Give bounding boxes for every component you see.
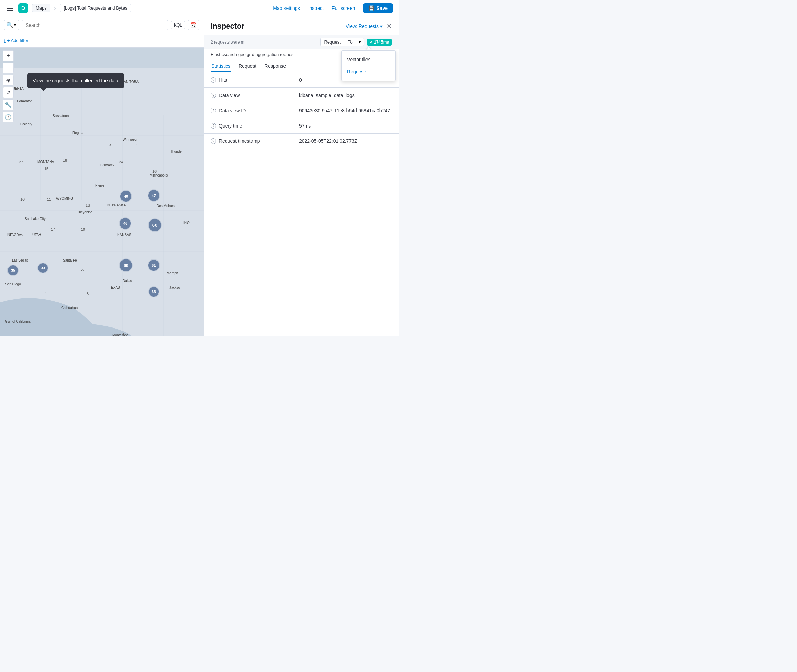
stats-value: 2022-05-05T22:01:02.773Z <box>299 138 392 144</box>
map-cluster[interactable]: 46 <box>119 217 131 230</box>
stats-value: 90943e30-9a47-11e8-b64d-95841ca0b247 <box>299 108 392 113</box>
close-button[interactable]: ✕ <box>386 22 392 30</box>
breadcrumb-current[interactable]: [Logs] Total Requests and Bytes <box>60 4 131 12</box>
dropdown-caret <box>366 47 371 50</box>
calendar-button[interactable]: 📅 <box>188 20 199 30</box>
full-screen-link[interactable]: Full screen <box>332 5 355 11</box>
stats-label: ? Request timestamp <box>211 138 299 144</box>
inspector-panel: Inspector View: Requests ▾ ✕ Vector tile… <box>204 16 399 336</box>
tab-dropdown-button[interactable]: ▾ <box>356 38 364 46</box>
map-cluster[interactable]: 61 <box>148 259 160 271</box>
tooltip-box: View the requests that collected the dat… <box>27 73 124 88</box>
tab-statistics[interactable]: Statistics <box>211 61 231 72</box>
map-panel: 🔍 ▼ KQL 📅 ℹ + Add filter + − ⊕ ↗ 🔧 <box>0 16 204 336</box>
draw-tool-button[interactable]: ↗ <box>3 87 14 98</box>
hamburger-menu[interactable] <box>5 5 14 12</box>
search-icon: 🔍 <box>6 22 13 28</box>
stats-label: ? Hits <box>211 77 299 83</box>
save-icon: 💾 <box>369 5 374 11</box>
chevron-down-icon: ▾ <box>359 40 361 45</box>
stats-table: ? Hits 0 ? Data view kibana_sample_data_… <box>204 72 399 336</box>
map-cluster[interactable]: 35 <box>7 265 19 276</box>
circle-info-icon: ℹ <box>4 38 6 43</box>
breadcrumb-separator: › <box>55 5 56 11</box>
dropdown-item-requests[interactable]: Requests <box>342 66 395 78</box>
stats-row: ? Request timestamp 2022-05-05T22:01:02.… <box>204 134 399 149</box>
search-bar-inner: 🔍 ▼ KQL <box>4 20 185 30</box>
view-requests-label: View: Requests <box>346 24 379 29</box>
request-tab[interactable]: Request <box>320 38 344 46</box>
chevron-down-icon: ▾ <box>380 24 383 29</box>
save-button[interactable]: 💾 Save <box>363 3 393 13</box>
map-settings-link[interactable]: Map settings <box>273 5 300 11</box>
calendar-icon: 📅 <box>190 22 197 28</box>
add-filter-button[interactable]: ℹ + Add filter <box>4 38 28 43</box>
nav-left: D Maps › [Logs] Total Requests and Bytes <box>5 3 131 13</box>
stats-row: ? Query time 57ms <box>204 118 399 134</box>
search-dropdown-button[interactable]: 🔍 ▼ <box>4 20 19 30</box>
dropdown-item-vector-tiles[interactable]: Vector tiles <box>342 53 395 66</box>
zoom-out-button[interactable]: − <box>3 62 14 74</box>
fit-bounds-button[interactable]: ⊕ <box>3 75 14 86</box>
view-requests-button[interactable]: View: Requests ▾ <box>346 24 383 29</box>
top-navigation: D Maps › [Logs] Total Requests and Bytes… <box>0 0 399 16</box>
kql-badge[interactable]: KQL <box>171 21 185 29</box>
tab-request[interactable]: Request <box>238 61 257 72</box>
stats-label: ? Query time <box>211 123 299 128</box>
search-input[interactable] <box>22 20 168 30</box>
map-canvas[interactable]: ALBERTASASKATCHEWANMANITOBAEdmontonSaska… <box>0 48 204 336</box>
help-icon[interactable]: ? <box>211 77 216 83</box>
time-tool-button[interactable]: 🕐 <box>3 112 14 122</box>
inspect-link[interactable]: Inspect <box>308 5 324 11</box>
total-tab[interactable]: To <box>345 38 356 46</box>
inspector-title: Inspector <box>211 22 244 30</box>
help-icon[interactable]: ? <box>211 93 216 98</box>
chevron-down-icon: ▼ <box>13 23 17 27</box>
request-tabs: Request To ▾ <box>320 38 364 46</box>
stats-value: kibana_sample_data_logs <box>299 93 392 98</box>
stats-row: ? Data view ID 90943e30-9a47-11e8-b64d-9… <box>204 103 399 118</box>
filter-tool-button[interactable]: 🔧 <box>3 99 14 110</box>
map-cluster[interactable]: 33 <box>148 286 159 297</box>
map-svg <box>0 48 204 336</box>
stats-label: ? Data view <box>211 93 299 98</box>
map-cluster[interactable]: 47 <box>148 189 160 202</box>
stats-value: 57ms <box>299 123 392 128</box>
main-layout: 🔍 ▼ KQL 📅 ℹ + Add filter + − ⊕ ↗ 🔧 <box>0 16 399 336</box>
tab-response[interactable]: Response <box>264 61 287 72</box>
zoom-in-button[interactable]: + <box>3 50 14 61</box>
search-bar: 🔍 ▼ KQL 📅 <box>0 16 204 34</box>
breadcrumb-maps[interactable]: Maps <box>32 4 50 12</box>
map-cluster[interactable]: 60 <box>148 218 162 232</box>
help-icon[interactable]: ? <box>211 123 216 128</box>
inspector-header-right: View: Requests ▾ ✕ <box>346 22 392 30</box>
help-icon[interactable]: ? <box>211 108 216 113</box>
add-filter-bar: ℹ + Add filter <box>0 34 204 48</box>
stats-row: ? Data view kibana_sample_data_logs <box>204 88 399 103</box>
inspector-header: Inspector View: Requests ▾ ✕ <box>204 16 399 35</box>
dropdown-menu: Vector tiles Requests <box>342 50 396 81</box>
add-filter-label: + Add filter <box>7 38 28 43</box>
status-badge: ✓ 1745ms <box>367 39 392 46</box>
stats-label: ? Data view ID <box>211 108 299 113</box>
help-icon[interactable]: ? <box>211 138 216 144</box>
map-cluster[interactable]: 33 <box>37 262 48 274</box>
map-cluster[interactable]: 69 <box>119 258 133 272</box>
app-icon: D <box>18 3 28 13</box>
request-count-text: 2 requests were m <box>211 40 318 45</box>
map-tools: + − ⊕ ↗ 🔧 🕐 <box>3 50 14 122</box>
nav-right: Map settings Inspect Full screen 💾 Save <box>273 3 393 13</box>
save-label: Save <box>376 5 388 11</box>
map-cluster[interactable]: 40 <box>120 190 132 202</box>
tooltip-text: View the requests that collected the dat… <box>33 78 119 83</box>
